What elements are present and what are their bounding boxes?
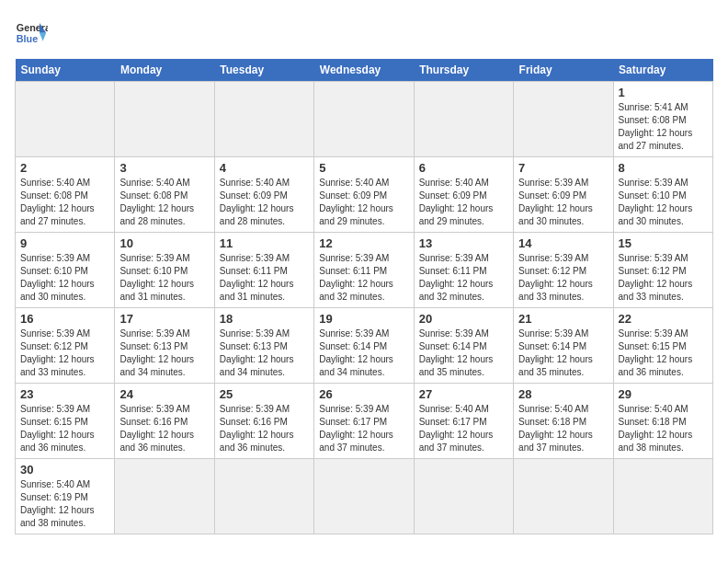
day-info: Sunrise: 5:39 AM Sunset: 6:11 PM Dayligh… xyxy=(220,252,309,304)
svg-marker-3 xyxy=(40,33,46,41)
day-number: 4 xyxy=(220,161,309,175)
calendar-cell: 9Sunrise: 5:39 AM Sunset: 6:10 PM Daylig… xyxy=(16,233,115,308)
day-info: Sunrise: 5:39 AM Sunset: 6:10 PM Dayligh… xyxy=(119,252,209,304)
calendar-cell: 7Sunrise: 5:39 AM Sunset: 6:09 PM Daylig… xyxy=(514,157,613,233)
calendar-cell xyxy=(16,82,115,157)
day-number: 24 xyxy=(119,387,209,401)
day-number: 22 xyxy=(619,312,708,326)
calendar-week-4: 23Sunrise: 5:39 AM Sunset: 6:15 PM Dayli… xyxy=(16,384,713,459)
day-info: Sunrise: 5:39 AM Sunset: 6:17 PM Dayligh… xyxy=(319,403,408,454)
calendar-cell: 27Sunrise: 5:40 AM Sunset: 6:17 PM Dayli… xyxy=(414,384,513,459)
calendar-cell: 29Sunrise: 5:40 AM Sunset: 6:18 PM Dayli… xyxy=(613,384,712,459)
day-info: Sunrise: 5:40 AM Sunset: 6:09 PM Dayligh… xyxy=(220,177,309,228)
calendar-week-2: 9Sunrise: 5:39 AM Sunset: 6:10 PM Daylig… xyxy=(16,233,713,308)
calendar-cell: 18Sunrise: 5:39 AM Sunset: 6:13 PM Dayli… xyxy=(214,308,313,384)
calendar-cell: 8Sunrise: 5:39 AM Sunset: 6:10 PM Daylig… xyxy=(613,157,712,233)
calendar-cell: 4Sunrise: 5:40 AM Sunset: 6:09 PM Daylig… xyxy=(214,157,313,233)
calendar-cell: 28Sunrise: 5:40 AM Sunset: 6:18 PM Dayli… xyxy=(514,384,613,459)
calendar-cell: 26Sunrise: 5:39 AM Sunset: 6:17 PM Dayli… xyxy=(314,384,414,459)
day-number: 21 xyxy=(518,312,608,326)
calendar-week-5: 30Sunrise: 5:40 AM Sunset: 6:19 PM Dayli… xyxy=(16,459,713,534)
page-header: General Blue xyxy=(15,15,713,48)
day-number: 16 xyxy=(20,312,109,326)
calendar-cell: 16Sunrise: 5:39 AM Sunset: 6:12 PM Dayli… xyxy=(16,308,115,384)
calendar-cell xyxy=(613,459,712,534)
header-saturday: Saturday xyxy=(613,59,712,82)
calendar-cell xyxy=(214,82,313,157)
day-info: Sunrise: 5:39 AM Sunset: 6:09 PM Dayligh… xyxy=(518,177,608,228)
day-info: Sunrise: 5:39 AM Sunset: 6:14 PM Dayligh… xyxy=(319,327,408,379)
logo: General Blue xyxy=(15,15,48,48)
day-info: Sunrise: 5:39 AM Sunset: 6:11 PM Dayligh… xyxy=(319,252,408,304)
day-number: 28 xyxy=(518,387,608,401)
calendar-cell: 10Sunrise: 5:39 AM Sunset: 6:10 PM Dayli… xyxy=(115,233,214,308)
day-number: 1 xyxy=(619,86,708,99)
header-sunday: Sunday xyxy=(16,59,115,82)
header-thursday: Thursday xyxy=(414,59,513,82)
calendar-cell: 12Sunrise: 5:39 AM Sunset: 6:11 PM Dayli… xyxy=(314,233,414,308)
day-info: Sunrise: 5:39 AM Sunset: 6:14 PM Dayligh… xyxy=(518,327,608,379)
calendar-cell xyxy=(514,82,613,157)
day-number: 27 xyxy=(419,387,508,401)
calendar-cell: 13Sunrise: 5:39 AM Sunset: 6:11 PM Dayli… xyxy=(414,233,513,308)
calendar-header-row: SundayMondayTuesdayWednesdayThursdayFrid… xyxy=(16,59,713,82)
day-number: 18 xyxy=(220,312,309,326)
calendar-cell: 17Sunrise: 5:39 AM Sunset: 6:13 PM Dayli… xyxy=(115,308,214,384)
calendar-cell: 3Sunrise: 5:40 AM Sunset: 6:08 PM Daylig… xyxy=(115,157,214,233)
day-info: Sunrise: 5:39 AM Sunset: 6:13 PM Dayligh… xyxy=(119,327,209,379)
day-info: Sunrise: 5:40 AM Sunset: 6:08 PM Dayligh… xyxy=(20,177,109,228)
calendar-body: 1Sunrise: 5:41 AM Sunset: 6:08 PM Daylig… xyxy=(16,82,713,534)
day-number: 11 xyxy=(220,236,309,250)
day-number: 30 xyxy=(20,463,109,477)
day-info: Sunrise: 5:40 AM Sunset: 6:18 PM Dayligh… xyxy=(518,403,608,454)
calendar-cell: 6Sunrise: 5:40 AM Sunset: 6:09 PM Daylig… xyxy=(414,157,513,233)
day-number: 13 xyxy=(419,236,508,250)
day-info: Sunrise: 5:40 AM Sunset: 6:09 PM Dayligh… xyxy=(419,177,508,228)
day-number: 23 xyxy=(20,387,109,401)
calendar-table: SundayMondayTuesdayWednesdayThursdayFrid… xyxy=(15,59,713,534)
day-info: Sunrise: 5:39 AM Sunset: 6:14 PM Dayligh… xyxy=(419,327,508,379)
day-number: 25 xyxy=(220,387,309,401)
calendar-week-1: 2Sunrise: 5:40 AM Sunset: 6:08 PM Daylig… xyxy=(16,157,713,233)
calendar-cell: 20Sunrise: 5:39 AM Sunset: 6:14 PM Dayli… xyxy=(414,308,513,384)
calendar-cell: 2Sunrise: 5:40 AM Sunset: 6:08 PM Daylig… xyxy=(16,157,115,233)
day-number: 3 xyxy=(119,161,209,175)
calendar-cell: 5Sunrise: 5:40 AM Sunset: 6:09 PM Daylig… xyxy=(314,157,414,233)
day-number: 5 xyxy=(319,161,408,175)
header-tuesday: Tuesday xyxy=(214,59,313,82)
day-number: 9 xyxy=(20,236,109,250)
calendar-cell: 1Sunrise: 5:41 AM Sunset: 6:08 PM Daylig… xyxy=(613,82,712,157)
calendar-cell xyxy=(115,459,214,534)
calendar-cell: 21Sunrise: 5:39 AM Sunset: 6:14 PM Dayli… xyxy=(514,308,613,384)
day-number: 14 xyxy=(518,236,608,250)
day-number: 20 xyxy=(419,312,508,326)
day-number: 7 xyxy=(518,161,608,175)
day-number: 10 xyxy=(119,236,209,250)
calendar-cell: 25Sunrise: 5:39 AM Sunset: 6:16 PM Dayli… xyxy=(214,384,313,459)
day-number: 29 xyxy=(619,387,708,401)
calendar-week-0: 1Sunrise: 5:41 AM Sunset: 6:08 PM Daylig… xyxy=(16,82,713,157)
day-info: Sunrise: 5:39 AM Sunset: 6:13 PM Dayligh… xyxy=(220,327,309,379)
calendar-cell xyxy=(414,459,513,534)
day-number: 26 xyxy=(319,387,408,401)
day-info: Sunrise: 5:41 AM Sunset: 6:08 PM Dayligh… xyxy=(619,101,708,153)
logo-icon: General Blue xyxy=(15,15,48,48)
calendar-cell: 14Sunrise: 5:39 AM Sunset: 6:12 PM Dayli… xyxy=(514,233,613,308)
day-number: 12 xyxy=(319,236,408,250)
calendar-cell: 15Sunrise: 5:39 AM Sunset: 6:12 PM Dayli… xyxy=(613,233,712,308)
day-number: 2 xyxy=(20,161,109,175)
day-number: 6 xyxy=(419,161,508,175)
header-wednesday: Wednesday xyxy=(314,59,414,82)
calendar-cell: 24Sunrise: 5:39 AM Sunset: 6:16 PM Dayli… xyxy=(115,384,214,459)
calendar-cell xyxy=(214,459,313,534)
calendar-cell: 19Sunrise: 5:39 AM Sunset: 6:14 PM Dayli… xyxy=(314,308,414,384)
day-info: Sunrise: 5:39 AM Sunset: 6:16 PM Dayligh… xyxy=(119,403,209,454)
day-info: Sunrise: 5:40 AM Sunset: 6:18 PM Dayligh… xyxy=(619,403,708,454)
calendar-cell: 11Sunrise: 5:39 AM Sunset: 6:11 PM Dayli… xyxy=(214,233,313,308)
calendar-cell xyxy=(115,82,214,157)
day-info: Sunrise: 5:39 AM Sunset: 6:12 PM Dayligh… xyxy=(20,327,109,379)
day-info: Sunrise: 5:39 AM Sunset: 6:12 PM Dayligh… xyxy=(518,252,608,304)
day-info: Sunrise: 5:40 AM Sunset: 6:08 PM Dayligh… xyxy=(119,177,209,228)
header-monday: Monday xyxy=(115,59,214,82)
calendar-cell xyxy=(314,82,414,157)
